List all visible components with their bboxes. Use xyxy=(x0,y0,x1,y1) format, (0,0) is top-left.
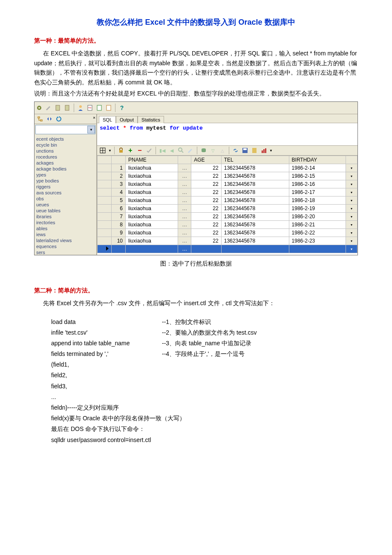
cell-pname[interactable]: liuxiaohua xyxy=(126,221,178,229)
cell-ellipsis[interactable]: … xyxy=(178,245,191,253)
table-row[interactable]: 1liuxiaohua…22136234456781986-2-14▾ xyxy=(98,164,357,172)
cell-birthday[interactable]: 1986-2-21 xyxy=(289,221,346,229)
cell-age[interactable]: 22 xyxy=(191,164,221,172)
tree-item[interactable]: ypes xyxy=(36,172,95,178)
link-icon[interactable] xyxy=(232,147,239,154)
cell-age[interactable]: 22 xyxy=(191,237,221,245)
cell-birthday[interactable]: 1986-2-16 xyxy=(289,180,346,188)
cell-birthday[interactable]: 1986-2-22 xyxy=(289,229,346,237)
cell-birthday[interactable]: 1986-2-20 xyxy=(289,213,346,221)
doc-icon-2[interactable] xyxy=(63,104,71,112)
tree-item[interactable]: iews xyxy=(36,231,95,237)
tree-item[interactable]: ype bodies xyxy=(36,178,95,184)
cell-age[interactable]: 22 xyxy=(191,205,221,213)
tree-item[interactable]: sers xyxy=(36,249,95,255)
cell-pname[interactable]: liuxiaohua xyxy=(126,213,178,221)
table-row[interactable]: 5liuxiaohua…22136234456781986-2-18▾ xyxy=(98,197,357,205)
cell-tel[interactable]: 13623445678 xyxy=(221,213,289,221)
row-selector[interactable] xyxy=(98,221,112,229)
tree-item[interactable]: ibraries xyxy=(36,214,95,220)
prev-page-icon[interactable]: ◀ xyxy=(168,147,176,154)
row-selector[interactable] xyxy=(98,205,112,213)
cell-birthday[interactable]: 1986-2-14 xyxy=(289,164,346,172)
table-row[interactable]: 2liuxiaohua…22136234456781986-2-15▾ xyxy=(98,172,357,180)
cell-tel[interactable]: 13623445678 xyxy=(221,205,289,213)
cell-pname[interactable] xyxy=(126,245,178,253)
sort-icon[interactable] xyxy=(46,115,53,123)
table-row-selected[interactable]: …▾ xyxy=(98,245,357,253)
tree-item[interactable]: ackages xyxy=(36,160,95,166)
cell-age[interactable]: 22 xyxy=(191,197,221,205)
cell-date-picker-icon[interactable]: ▾ xyxy=(346,221,357,229)
cell-ellipsis[interactable]: … xyxy=(178,229,191,237)
table-row[interactable]: 4liuxiaohua…22136234456781986-2-17▾ xyxy=(98,188,357,197)
tree-item[interactable]: rocedures xyxy=(36,154,95,160)
cell-birthday[interactable]: 1986-2-23 xyxy=(289,237,346,245)
tab-sql[interactable]: SQL xyxy=(99,116,116,123)
tab-output[interactable]: Output xyxy=(116,116,138,123)
cell-date-picker-icon[interactable]: ▾ xyxy=(346,172,357,180)
cell-tel[interactable]: 13623445678 xyxy=(221,172,289,180)
export-icon[interactable] xyxy=(251,147,258,154)
table-row[interactable]: 3liuxiaohua…22136234456781986-2-16▾ xyxy=(98,180,357,188)
cell-pname[interactable]: liuxiaohua xyxy=(126,188,178,197)
tree-item[interactable]: ecycle bin xyxy=(36,142,95,148)
row-selector[interactable] xyxy=(98,245,112,253)
cell-ellipsis[interactable]: … xyxy=(178,221,191,229)
collapse-up-icon[interactable]: △ xyxy=(219,147,226,154)
row-selector[interactable] xyxy=(98,237,112,245)
data-grid[interactable]: PNAME AGE TEL BIRTHDAY 1liuxiaohua…22136… xyxy=(97,156,357,255)
cell-pname[interactable]: liuxiaohua xyxy=(126,205,178,213)
cell-date-picker-icon[interactable]: ▾ xyxy=(346,164,357,172)
object-tree[interactable]: ecent objectsecycle binunctionsrocedures… xyxy=(35,135,96,255)
cell-pname[interactable]: liuxiaohua xyxy=(126,197,178,205)
row-selector[interactable] xyxy=(98,164,112,172)
expand-down-icon[interactable]: ▽ xyxy=(209,147,217,154)
fetch-icon[interactable] xyxy=(200,147,208,154)
commit-icon[interactable] xyxy=(145,147,153,154)
chart-dropdown-icon[interactable]: ▼ xyxy=(269,149,273,153)
cell-tel[interactable] xyxy=(221,245,289,253)
lock-icon[interactable] xyxy=(117,147,125,154)
table-row[interactable]: 7liuxiaohua…22136234456781986-2-20▾ xyxy=(98,213,357,221)
wand-icon[interactable] xyxy=(187,147,194,154)
tree-item[interactable]: ables xyxy=(36,225,95,231)
tree-item[interactable]: irectories xyxy=(36,220,95,225)
cell-date-picker-icon[interactable]: ▾ xyxy=(346,188,357,197)
tree-item[interactable]: unctions xyxy=(36,148,95,154)
cell-ellipsis[interactable]: … xyxy=(178,164,191,172)
cell-age[interactable]: 22 xyxy=(191,221,221,229)
chart-icon[interactable] xyxy=(260,147,268,154)
table-row[interactable]: 6liuxiaohua…22136234456781986-2-19▾ xyxy=(98,205,357,213)
tree-item[interactable]: laterialized views xyxy=(36,237,95,243)
grid-mode-icon[interactable] xyxy=(99,147,107,154)
cell-date-picker-icon[interactable]: ▾ xyxy=(346,237,357,245)
row-selector[interactable] xyxy=(98,229,112,237)
schema-dropdown[interactable]: ▼ xyxy=(35,125,95,134)
script-icon-2[interactable] xyxy=(105,104,112,112)
user-icon[interactable] xyxy=(77,104,84,112)
row-selector[interactable] xyxy=(98,172,112,180)
cell-tel[interactable]: 13623445678 xyxy=(221,180,289,188)
cell-ellipsis[interactable]: … xyxy=(178,237,191,245)
cell-ellipsis[interactable]: … xyxy=(178,213,191,221)
doc-icon-1[interactable] xyxy=(54,104,62,112)
gear-icon[interactable] xyxy=(35,104,43,112)
help-icon[interactable]: ? xyxy=(118,104,126,112)
tree-item[interactable]: obs xyxy=(36,196,95,202)
save-icon[interactable] xyxy=(241,147,249,154)
tree-icon[interactable] xyxy=(36,115,44,123)
cell-birthday[interactable]: 1986-2-18 xyxy=(289,197,346,205)
tree-item[interactable]: ackage bodies xyxy=(36,166,95,172)
cell-ellipsis[interactable]: … xyxy=(178,180,191,188)
cell-tel[interactable]: 13623445678 xyxy=(221,229,289,237)
cell-date-picker-icon[interactable]: ▾ xyxy=(346,197,357,205)
col-pname[interactable]: PNAME xyxy=(126,156,178,164)
cell-ellipsis[interactable]: … xyxy=(178,205,191,213)
tree-item[interactable]: ueue tables xyxy=(36,208,95,214)
cell-age[interactable]: 22 xyxy=(191,180,221,188)
row-selector[interactable] xyxy=(98,188,112,197)
tab-statistics[interactable]: Statistics xyxy=(138,116,164,123)
tree-item[interactable]: ava sources xyxy=(36,190,95,196)
sql-file-icon[interactable]: SQL xyxy=(86,104,94,112)
